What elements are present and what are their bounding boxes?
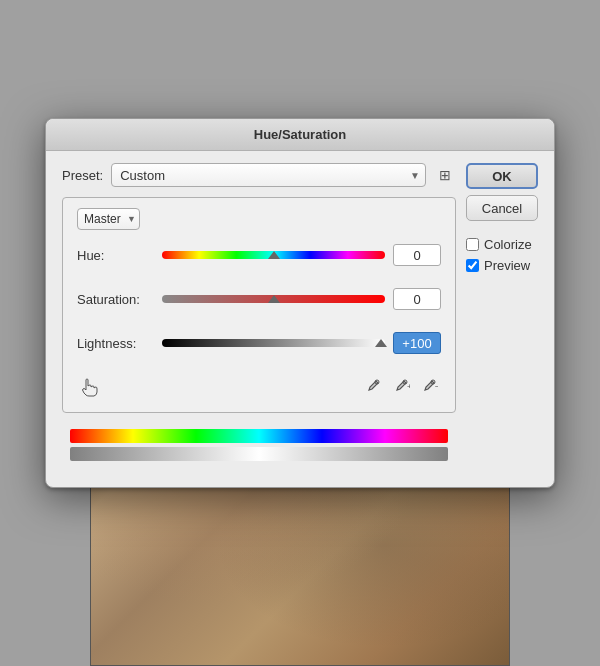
lightness-slider-row: Lightness: +100 [77, 328, 441, 358]
hue-value[interactable]: 0 [393, 244, 441, 266]
saturation-thumb[interactable] [268, 295, 280, 307]
channel-row: Master ▼ [77, 208, 441, 230]
cancel-button[interactable]: Cancel [466, 195, 538, 221]
options-area: Colorize Preview [466, 237, 538, 273]
hue-track [162, 251, 385, 259]
lightness-slider-container [162, 328, 385, 358]
preset-menu-icon[interactable]: ⊞ [434, 164, 456, 186]
lightness-value[interactable]: +100 [393, 332, 441, 354]
saturation-slider-row: Saturation: 0 [77, 284, 441, 314]
eyedropper-group: + − [361, 376, 441, 400]
tools-row: + − [77, 372, 441, 402]
colorize-checkbox[interactable] [466, 238, 479, 251]
svg-text:−: − [435, 382, 438, 391]
eyedropper-plus-icon[interactable]: + [389, 376, 413, 400]
color-bars [62, 423, 456, 475]
eyedropper-minus-icon[interactable]: − [417, 376, 441, 400]
hue-label: Hue: [77, 248, 162, 263]
preview-checkbox[interactable] [466, 259, 479, 272]
ok-button[interactable]: OK [466, 163, 538, 189]
dialog-buttons-panel: OK Cancel Colorize Preview [466, 163, 538, 475]
hue-saturation-dialog: Hue/Saturation Preset: Custom ▼ ⊞ [45, 118, 555, 488]
main-panel: Master ▼ Hue: 0 [62, 197, 456, 413]
preset-row: Preset: Custom ▼ ⊞ [62, 163, 456, 187]
saturation-value[interactable]: 0 [393, 288, 441, 310]
lightness-thumb[interactable] [375, 339, 387, 351]
rainbow-bar [70, 429, 448, 443]
dialog-title: Hue/Saturation [254, 127, 346, 142]
channel-select-wrapper: Master ▼ [77, 208, 140, 230]
saturation-track [162, 295, 385, 303]
eyedropper-icon[interactable] [361, 376, 385, 400]
svg-text:+: + [407, 382, 410, 391]
saturation-label: Saturation: [77, 292, 162, 307]
dialog-body: Preset: Custom ▼ ⊞ Master [46, 151, 554, 487]
lightness-label: Lightness: [77, 336, 162, 351]
channel-select[interactable]: Master [77, 208, 140, 230]
preview-row: Preview [466, 258, 538, 273]
saturation-slider-container [162, 284, 385, 314]
gray-bar [70, 447, 448, 461]
lightness-track [162, 339, 385, 347]
hue-thumb[interactable] [268, 251, 280, 263]
preset-select[interactable]: Custom [111, 163, 426, 187]
colorize-row: Colorize [466, 237, 538, 252]
preview-label[interactable]: Preview [484, 258, 530, 273]
preset-select-wrapper: Custom ▼ [111, 163, 426, 187]
hue-slider-container [162, 240, 385, 270]
colorize-label[interactable]: Colorize [484, 237, 532, 252]
dialog-main: Preset: Custom ▼ ⊞ Master [62, 163, 456, 475]
hand-tool-icon[interactable] [77, 376, 101, 400]
dialog-titlebar: Hue/Saturation [46, 119, 554, 151]
hue-slider-row: Hue: 0 [77, 240, 441, 270]
preset-label: Preset: [62, 168, 103, 183]
